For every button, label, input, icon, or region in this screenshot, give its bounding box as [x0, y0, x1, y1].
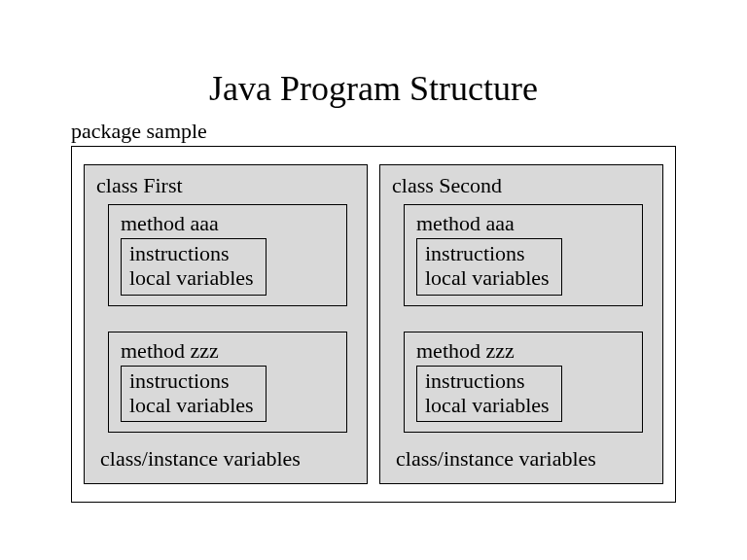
instructions-text: instructions: [129, 368, 258, 393]
instructions-text: instructions: [129, 241, 258, 265]
method-inner-box: instructions local variables: [121, 238, 267, 296]
class-instance-variables: class/instance variables: [396, 446, 653, 472]
package-box: class First method aaa instructions loca…: [71, 146, 676, 503]
local-variables-text: local variables: [129, 393, 258, 417]
instructions-text: instructions: [425, 368, 553, 393]
method-box-zzz: method zzz instructions local variables: [108, 332, 347, 434]
method-label: method zzz: [121, 338, 337, 364]
method-inner-box: instructions local variables: [416, 238, 562, 296]
method-label: method zzz: [416, 338, 632, 364]
method-box-zzz: method zzz instructions local variables: [404, 332, 643, 434]
package-label: package sample: [71, 119, 747, 144]
local-variables-text: local variables: [425, 265, 553, 290]
class-label: class First: [96, 173, 357, 198]
instructions-text: instructions: [425, 241, 553, 265]
class-instance-variables: class/instance variables: [100, 446, 357, 472]
method-inner-box: instructions local variables: [121, 366, 267, 423]
local-variables-text: local variables: [129, 265, 258, 290]
page-title: Java Program Structure: [0, 68, 747, 109]
method-box-aaa: method aaa instructions local variables: [404, 204, 643, 306]
method-box-aaa: method aaa instructions local variables: [108, 204, 347, 306]
method-inner-box: instructions local variables: [416, 366, 562, 423]
class-box-second: class Second method aaa instructions loc…: [379, 164, 663, 484]
method-label: method aaa: [121, 211, 337, 236]
local-variables-text: local variables: [425, 393, 553, 417]
class-box-first: class First method aaa instructions loca…: [84, 164, 368, 484]
class-label: class Second: [392, 173, 653, 198]
method-label: method aaa: [416, 211, 632, 236]
